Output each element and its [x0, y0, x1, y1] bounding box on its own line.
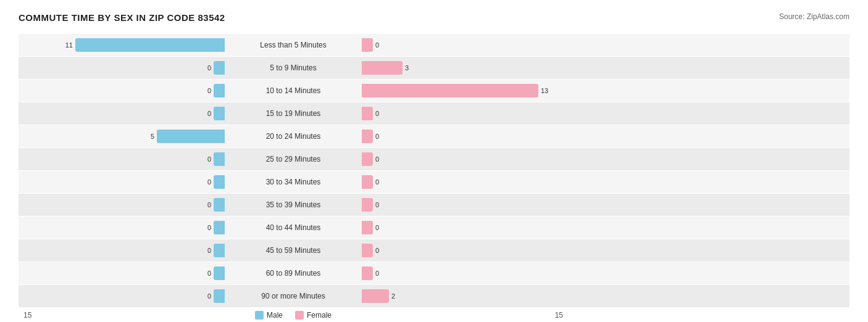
- row-label: 30 to 34 Minutes: [261, 176, 326, 188]
- title-row: COMMUTE TIME BY SEX IN ZIP CODE 83542 So…: [19, 12, 849, 23]
- label-section: 10 to 14 Minutes: [228, 85, 358, 96]
- legend: Male Female: [255, 311, 332, 320]
- female-value-label: 0: [375, 133, 379, 140]
- male-bar: [157, 130, 225, 143]
- female-bar-zero: [362, 266, 373, 280]
- male-value-label: 0: [207, 64, 211, 72]
- left-section: 0: [19, 84, 228, 97]
- right-section: 0: [358, 152, 568, 166]
- bar-row: 11Less than 5 Minutes0: [19, 34, 849, 56]
- female-bar: [362, 61, 403, 75]
- male-bar-zero: [214, 152, 225, 166]
- label-section: 5 to 9 Minutes: [228, 62, 358, 73]
- left-section: 0: [19, 175, 228, 189]
- label-section: 15 to 19 Minutes: [228, 108, 358, 119]
- male-bar-zero: [214, 107, 225, 120]
- male-bar-zero: [214, 84, 225, 97]
- legend-female-label: Female: [307, 311, 332, 320]
- female-bar-zero: [362, 198, 373, 212]
- right-section: 0: [358, 198, 568, 212]
- female-value-label: 0: [375, 224, 379, 231]
- female-bar-zero: [362, 221, 373, 234]
- male-value-label: 0: [207, 201, 211, 208]
- right-section: 0: [358, 38, 568, 52]
- legend-female-box: [295, 311, 304, 320]
- male-bar-zero: [214, 289, 225, 303]
- axis-row: 15 Male Female 15: [19, 311, 849, 320]
- male-value-label: 0: [207, 155, 211, 163]
- source-text: Source: ZipAtlas.com: [779, 12, 849, 21]
- axis-right: 15: [358, 311, 568, 320]
- chart-title: COMMUTE TIME BY SEX IN ZIP CODE 83542: [19, 12, 225, 23]
- bar-row: 090 or more Minutes2: [19, 285, 849, 307]
- legend-male-label: Male: [267, 311, 283, 320]
- bar-row: 060 to 89 Minutes0: [19, 262, 849, 284]
- female-bar-zero: [362, 107, 373, 120]
- male-bar-zero: [214, 175, 225, 189]
- female-value-label: 0: [375, 270, 379, 277]
- male-bar-zero: [214, 221, 225, 234]
- left-section: 0: [19, 152, 228, 166]
- male-value-label: 5: [151, 133, 154, 140]
- female-value-label: 0: [375, 110, 379, 117]
- row-label: Less than 5 Minutes: [255, 39, 331, 51]
- female-value-label: 0: [375, 41, 379, 49]
- right-section: 0: [358, 175, 568, 189]
- male-bar: [75, 38, 225, 52]
- female-value-label: 0: [375, 247, 379, 254]
- bar-row: 520 to 24 Minutes0: [19, 125, 849, 147]
- right-section: 0: [358, 266, 568, 280]
- legend-male-box: [255, 311, 264, 320]
- left-section: 0: [19, 244, 228, 257]
- label-section: 35 to 39 Minutes: [228, 199, 358, 210]
- legend-female: Female: [295, 311, 332, 320]
- female-bar-zero: [362, 175, 373, 189]
- left-section: 0: [19, 221, 228, 234]
- bar-row: 025 to 29 Minutes0: [19, 148, 849, 170]
- male-value-label: 0: [207, 110, 211, 117]
- axis-left: 15: [19, 311, 228, 320]
- right-section: 13: [358, 84, 568, 97]
- left-section: 0: [19, 266, 228, 280]
- bar-row: 030 to 34 Minutes0: [19, 171, 849, 193]
- female-value-label: 0: [375, 178, 379, 186]
- row-label: 25 to 29 Minutes: [261, 154, 326, 165]
- label-section: Less than 5 Minutes: [228, 39, 358, 51]
- female-bar: [362, 84, 538, 97]
- right-section: 0: [358, 130, 568, 143]
- female-bar-zero: [362, 38, 373, 52]
- axis-left-value: 15: [23, 311, 31, 320]
- row-label: 20 to 24 Minutes: [261, 131, 326, 142]
- female-value-label: 13: [541, 87, 548, 94]
- female-value-label: 2: [391, 292, 395, 300]
- right-section: 0: [358, 221, 568, 234]
- bar-row: 040 to 44 Minutes0: [19, 217, 849, 239]
- right-section: 2: [358, 289, 568, 303]
- bar-row: 015 to 19 Minutes0: [19, 102, 849, 125]
- row-label: 90 or more Minutes: [256, 291, 330, 302]
- label-section: 20 to 24 Minutes: [228, 131, 358, 142]
- male-value-label: 0: [207, 87, 211, 94]
- bar-row: 010 to 14 Minutes13: [19, 80, 849, 102]
- male-value-label: 0: [207, 247, 211, 254]
- row-label: 60 to 89 Minutes: [261, 268, 326, 279]
- legend-male: Male: [255, 311, 283, 320]
- left-section: 11: [19, 38, 228, 52]
- female-bar-zero: [362, 152, 373, 166]
- female-value-label: 0: [375, 201, 379, 208]
- right-section: 3: [358, 61, 568, 75]
- left-section: 0: [19, 107, 228, 120]
- female-bar: [362, 289, 389, 303]
- left-section: 5: [19, 130, 228, 143]
- row-label: 45 to 59 Minutes: [261, 245, 326, 256]
- row-label: 40 to 44 Minutes: [261, 222, 326, 233]
- female-bar-zero: [362, 244, 373, 257]
- axis-center-legend: Male Female: [228, 311, 358, 320]
- male-value-label: 11: [65, 41, 73, 49]
- male-bar-zero: [214, 61, 225, 75]
- right-section: 0: [358, 107, 568, 120]
- male-bar-zero: [214, 266, 225, 280]
- male-value-label: 0: [207, 292, 211, 300]
- female-bar-zero: [362, 130, 373, 143]
- male-value-label: 0: [207, 224, 211, 231]
